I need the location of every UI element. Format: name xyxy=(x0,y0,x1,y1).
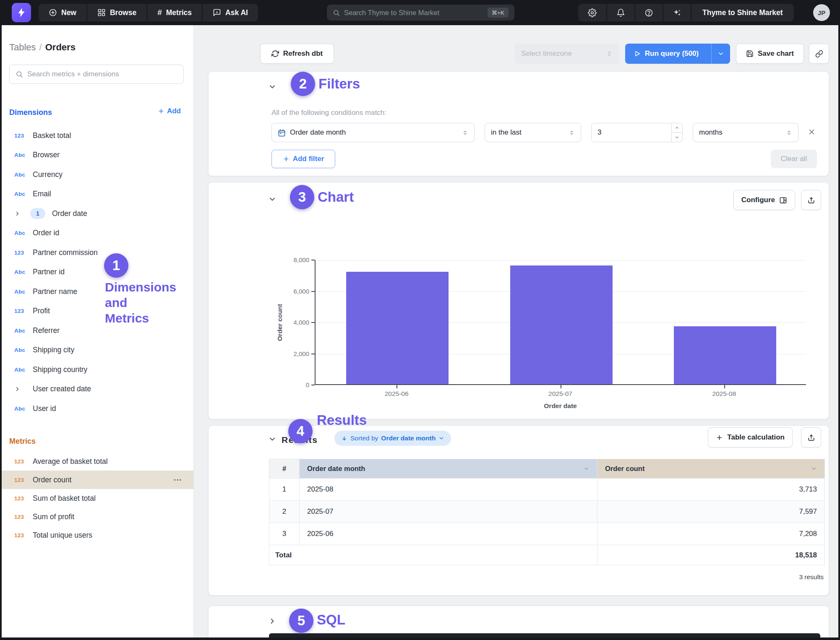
string-type-icon: Abc xyxy=(14,328,29,334)
metric-label: Sum of basket total xyxy=(33,494,96,503)
filter-operator-value: in the last xyxy=(491,128,522,137)
row-index: 2 xyxy=(269,501,300,523)
column-header-order-date-month[interactable]: Order date month xyxy=(300,459,597,479)
search-icon xyxy=(333,9,340,16)
ai-assistant-button[interactable] xyxy=(663,4,691,21)
filter-unit-select[interactable]: months xyxy=(693,123,798,142)
filter-operator-select[interactable]: in the last xyxy=(485,123,581,142)
stepper-up-button[interactable] xyxy=(672,123,682,133)
plus-icon xyxy=(283,156,290,162)
dimension-label: Profit xyxy=(33,307,50,315)
sidebar-dimension-item[interactable]: 123Partner commission xyxy=(0,243,194,263)
refresh-icon xyxy=(271,50,279,57)
filters-collapse-chevron[interactable] xyxy=(268,83,277,91)
sidebar-dimension-item[interactable]: User created date xyxy=(0,380,194,399)
results-collapse-chevron[interactable] xyxy=(268,435,277,443)
results-section-title: Results xyxy=(317,412,367,428)
sidebar-metric-item[interactable]: 123Sum of profit xyxy=(0,507,194,526)
main-nav: New Browse # Metrics Ask AI xyxy=(39,4,258,21)
notifications-button[interactable] xyxy=(606,4,634,21)
chart-bar[interactable] xyxy=(674,326,776,384)
dimensions-list: 123Basket totalAbcBrowserAbcCurrencyAbcE… xyxy=(0,126,194,419)
string-type-icon: Abc xyxy=(14,191,29,197)
sidebar-dimension-item[interactable]: 123Basket total xyxy=(0,126,194,146)
dimension-label: Referrer xyxy=(33,326,60,335)
sidebar-dimension-item[interactable]: AbcShipping city xyxy=(0,341,194,360)
global-search-input[interactable]: Search Thyme to Shine Market ⌘+K xyxy=(327,5,514,21)
settings-button[interactable] xyxy=(578,4,606,21)
chart-plot xyxy=(315,260,806,385)
chevron-right-icon xyxy=(14,386,29,392)
number-type-icon: 123 xyxy=(14,495,29,502)
sidebar-dimension-item[interactable]: 1Order date xyxy=(0,204,194,224)
run-query-button[interactable]: Run query (500) xyxy=(625,44,730,64)
filter-condition-text: All of the following conditions match: xyxy=(271,109,386,117)
sidebar-dimension-item[interactable]: AbcBrowser xyxy=(0,146,194,165)
nav-new-button[interactable]: New xyxy=(39,4,86,21)
export-results-button[interactable] xyxy=(801,427,821,447)
sidebar-dimension-item[interactable]: AbcOrder id xyxy=(0,224,194,243)
sort-prefix-label: Sorted by xyxy=(350,434,378,442)
dimension-label: Order id xyxy=(33,229,59,237)
stepper-down-button[interactable] xyxy=(672,133,682,142)
sidebar-dimension-item[interactable]: AbcUser id xyxy=(0,399,194,419)
sidebar-metric-item[interactable]: 123Average of basket total xyxy=(0,452,194,471)
run-query-dropdown[interactable] xyxy=(711,44,730,64)
sort-pill[interactable]: Sorted by Order date month xyxy=(334,431,451,446)
timezone-select[interactable]: Select timezone xyxy=(514,44,619,64)
nav-ask-ai-button[interactable]: Ask AI xyxy=(202,4,258,21)
row-order-count: 3,713 xyxy=(597,479,825,501)
user-avatar[interactable]: JP xyxy=(813,4,830,21)
add-filter-button[interactable]: Add filter xyxy=(271,150,335,168)
sql-collapse-chevron[interactable] xyxy=(268,617,277,625)
dimension-label: User created date xyxy=(33,385,91,393)
clear-all-button[interactable]: Clear all xyxy=(771,150,817,168)
column-header-index[interactable]: # xyxy=(269,459,300,479)
sidebar-metric-item[interactable]: 123Sum of basket total xyxy=(0,489,194,507)
app-logo[interactable] xyxy=(12,3,31,22)
more-options-icon[interactable]: ••• xyxy=(174,477,182,483)
share-link-button[interactable] xyxy=(809,44,829,64)
org-switcher[interactable]: Thyme to Shine Market xyxy=(691,4,794,21)
y-tick-label: 6,000 xyxy=(261,288,309,295)
sidebar-metric-item[interactable]: 123Order count••• xyxy=(0,471,194,489)
add-dimension-button[interactable]: Add xyxy=(158,107,181,115)
filter-value-input[interactable] xyxy=(592,123,671,142)
fields-search-input[interactable]: Search metrics + dimensions xyxy=(9,65,184,84)
help-button[interactable] xyxy=(634,4,663,21)
app-window: New Browse # Metrics Ask AI xyxy=(0,0,840,640)
chart-bar[interactable] xyxy=(510,265,613,384)
table-row[interactable]: 22025-077,597 xyxy=(269,501,825,523)
save-chart-button[interactable]: Save chart xyxy=(736,44,804,64)
chevron-right-icon xyxy=(14,211,29,217)
nav-metrics-button[interactable]: # Metrics xyxy=(146,4,202,21)
table-calculation-button[interactable]: Table calculation xyxy=(708,427,793,447)
chevron-down-icon[interactable] xyxy=(811,466,817,472)
chart-x-axis-title: Order date xyxy=(315,402,806,410)
sidebar-metric-item[interactable]: 123Total unique users xyxy=(0,526,194,544)
nav-browse-button[interactable]: Browse xyxy=(86,4,146,21)
sql-code-panel[interactable] xyxy=(269,633,820,640)
results-table: # Order date month Order count 12025-083… xyxy=(269,459,825,565)
refresh-dbt-button[interactable]: Refresh dbt xyxy=(260,44,334,64)
y-tick-label: 8,000 xyxy=(261,256,309,263)
column-header-order-count[interactable]: Order count xyxy=(597,459,825,479)
sidebar-dimension-item[interactable]: AbcEmail xyxy=(0,185,194,204)
remove-filter-button[interactable] xyxy=(808,128,816,136)
calendar-icon xyxy=(278,129,286,137)
run-query-label: Run query (500) xyxy=(645,49,699,58)
table-row[interactable]: 32025-067,208 xyxy=(269,523,825,545)
results-total-row: Total 18,518 xyxy=(269,545,825,565)
chevron-down-icon[interactable] xyxy=(583,466,590,472)
chart-bar[interactable] xyxy=(346,272,449,384)
lightning-bolt-icon xyxy=(16,7,27,18)
filter-field-select[interactable]: Order date month xyxy=(271,123,475,142)
sidebar-dimension-item[interactable]: AbcShipping country xyxy=(0,360,194,380)
table-row[interactable]: 12025-083,713 xyxy=(269,479,825,501)
breadcrumb-tables-link[interactable]: Tables xyxy=(9,42,36,52)
chat-star-icon xyxy=(213,8,221,17)
sidebar-dimension-item[interactable]: AbcCurrency xyxy=(0,165,194,185)
x-tick-label: 2025-08 xyxy=(699,390,749,398)
string-type-icon: Abc xyxy=(14,152,29,158)
clear-all-label: Clear all xyxy=(781,155,807,163)
